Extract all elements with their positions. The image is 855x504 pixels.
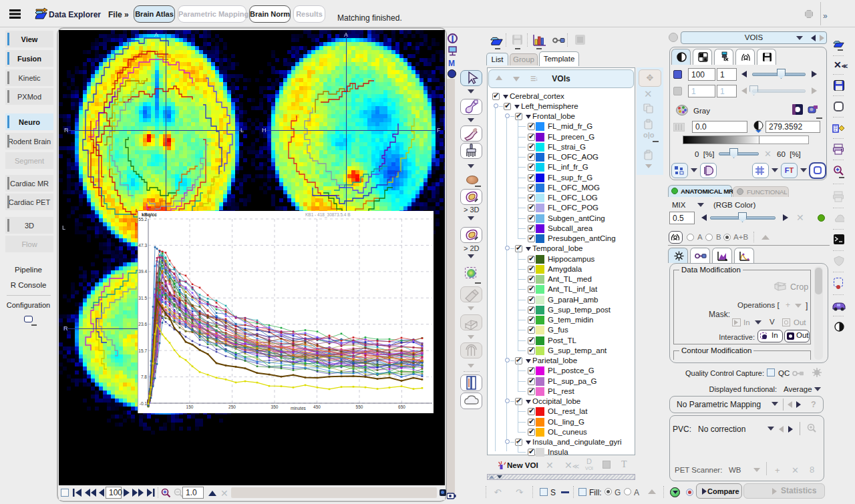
svg-text:39.4: 39.4 — [138, 269, 147, 274]
svg-text:250: 250 — [228, 405, 236, 409]
svg-text:47.3: 47.3 — [138, 243, 147, 248]
svg-text:-0.1: -0.1 — [140, 401, 148, 406]
svg-text:kBq/cc: kBq/cc — [142, 212, 157, 218]
svg-text:550: 550 — [356, 405, 363, 409]
svg-text:23.6: 23.6 — [138, 322, 147, 326]
svg-text:+: + — [644, 150, 647, 156]
svg-text:KB1 - 418_30873.5.4 B: KB1 - 418_30873.5.4 B — [305, 212, 351, 218]
svg-text:15.7: 15.7 — [138, 348, 147, 353]
svg-text:150: 150 — [186, 405, 194, 409]
svg-text:350: 350 — [271, 405, 279, 409]
svg-text:minutes: minutes — [291, 406, 307, 411]
svg-text:450: 450 — [313, 405, 321, 409]
svg-text:55.2: 55.2 — [138, 217, 147, 222]
svg-text:650: 650 — [398, 405, 405, 409]
svg-text:7.8: 7.8 — [141, 374, 147, 379]
svg-text:31.5: 31.5 — [138, 296, 147, 300]
